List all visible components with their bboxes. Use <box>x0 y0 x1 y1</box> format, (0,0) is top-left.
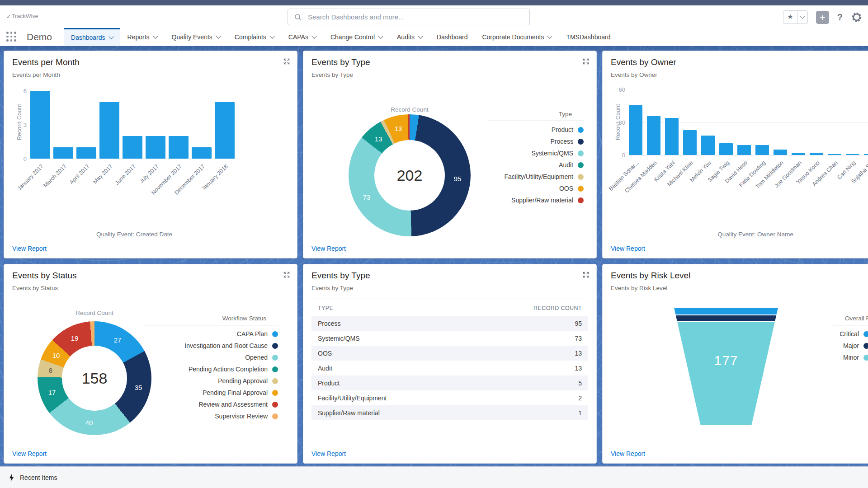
app-launcher-waffle-icon[interactable] <box>6 32 17 42</box>
bar-Chelsea Madden[interactable] <box>647 116 660 155</box>
legend-item-Process[interactable]: Process <box>488 138 584 145</box>
tab-label: CAPAs <box>288 33 308 41</box>
legend-item-Pending Approval[interactable]: Pending Approval <box>142 377 278 385</box>
bar-May 2017[interactable] <box>99 102 119 159</box>
slice-label: 19 <box>71 334 79 342</box>
tab-capas[interactable]: CAPAs <box>281 28 323 46</box>
recent-items-label: Recent Items <box>20 474 57 481</box>
bar-Katie Dowling[interactable] <box>755 145 769 155</box>
bar-Melvin You[interactable] <box>701 136 715 155</box>
column-header-record-count[interactable]: RECORD COUNT <box>533 305 582 311</box>
setup-gear-icon[interactable] <box>851 11 863 23</box>
bar-December 2017[interactable] <box>192 147 212 159</box>
table-body: Process95Systemic/QMS73OOS13Audit13Produ… <box>311 316 588 420</box>
favorites-button[interactable]: ★ <box>783 10 807 24</box>
card-title: Events by Owner <box>611 57 676 67</box>
bar-November 2017[interactable] <box>169 136 189 159</box>
cell-type: Supplier/Raw material <box>318 409 380 417</box>
tab-dashboards[interactable]: Dashboards <box>64 28 120 46</box>
bar-Sujatha S...[interactable] <box>864 154 868 155</box>
help-icon[interactable]: ? <box>837 12 843 23</box>
legend-item-Pending Final Approval[interactable]: Pending Final Approval <box>142 389 278 396</box>
table-row-Audit[interactable]: Audit13 <box>311 361 588 375</box>
legend-item-Systemic/QMS[interactable]: Systemic/QMS <box>488 150 584 157</box>
search-input[interactable] <box>307 13 508 21</box>
bar-Joe Goodman[interactable] <box>792 153 805 155</box>
table-row-Process[interactable]: Process95 <box>311 316 588 331</box>
table-row-Product[interactable]: Product5 <box>311 375 588 390</box>
expand-icon[interactable] <box>283 58 290 65</box>
bar-Michael Kline[interactable] <box>683 130 697 155</box>
tab-tmsdashboard[interactable]: TMSDashboard <box>559 28 618 46</box>
tab-dashboard[interactable]: Dashboard <box>429 28 475 46</box>
view-report-link[interactable]: View Report <box>311 450 346 457</box>
view-report-link[interactable]: View Report <box>611 450 645 457</box>
cell-record-count: 13 <box>575 350 582 357</box>
slice-label: 27 <box>114 336 122 344</box>
view-report-link[interactable]: View Report <box>12 450 47 457</box>
bar-Tom Middleton[interactable] <box>774 150 787 155</box>
expand-icon[interactable] <box>583 58 589 65</box>
legend-item-Review and Assessment[interactable]: Review and Assessment <box>142 401 278 408</box>
global-search[interactable] <box>288 9 530 25</box>
legend-item-Minor[interactable]: Minor <box>752 354 868 361</box>
tab-quality-events[interactable]: Quality Events <box>165 28 227 46</box>
legend-item-Audit[interactable]: Audit <box>488 161 584 169</box>
bar-Sagie Twig[interactable] <box>719 143 733 155</box>
bar-Yasuo Kono[interactable] <box>810 153 823 155</box>
legend-label: OOS <box>559 185 573 192</box>
bar-April 2017[interactable] <box>76 147 96 159</box>
donut-chart[interactable]: 202 95731313 <box>349 114 471 236</box>
legend-items: CriticalMajorMinor <box>752 330 868 361</box>
legend-item-Pending Actions Completion[interactable]: Pending Actions Completion <box>142 366 278 373</box>
legend-label: Systemic/QMS <box>531 150 573 157</box>
bar-Carl Ning[interactable] <box>846 154 859 155</box>
legend-item-OOS[interactable]: OOS <box>488 185 584 192</box>
legend-item-Supplier/Raw material[interactable]: Supplier/Raw material <box>488 197 584 204</box>
tab-label: Change Control <box>330 33 375 41</box>
legend-item-Opened[interactable]: Opened <box>142 354 278 361</box>
legend-dot <box>272 366 278 372</box>
view-report-link[interactable]: View Report <box>12 245 47 252</box>
bar-March 2017[interactable] <box>53 147 73 159</box>
tab-complaints[interactable]: Complaints <box>227 28 281 46</box>
bar-Bastian Schar...[interactable] <box>629 105 642 155</box>
bar-June 2017[interactable] <box>123 136 142 159</box>
legend-item-Product[interactable]: Product <box>488 126 584 133</box>
legend-item-CAPA Plan[interactable]: CAPA Plan <box>142 330 278 338</box>
table-row-Systemic/QMS[interactable]: Systemic/QMS73 <box>311 331 588 346</box>
legend-item-Supervisor Review[interactable]: Supervisor Review <box>142 413 278 420</box>
slice-label: 35 <box>135 384 142 391</box>
bar-Andrea Chan[interactable] <box>828 154 841 155</box>
donut-chart[interactable]: 158 2735401781019 <box>38 321 151 435</box>
legend-item-Facility/Utility/Equipment[interactable]: Facility/Utility/Equipment <box>488 173 584 180</box>
column-header-type[interactable]: TYPE <box>318 305 333 311</box>
legend-dot <box>578 127 584 133</box>
expand-icon[interactable] <box>583 272 589 278</box>
view-report-link[interactable]: View Report <box>311 245 346 252</box>
tab-corporate-documents[interactable]: Corporate Documents <box>475 28 559 46</box>
add-button[interactable]: + <box>816 11 829 24</box>
recent-items-bar[interactable]: Recent Items <box>0 466 868 488</box>
card-events-by-risk-level: Events by Risk Level Events by Risk Leve… <box>602 264 868 464</box>
legend-dot <box>578 174 584 180</box>
dashboard-canvas: Events per Month Events per Month Record… <box>0 46 868 466</box>
bar-January 2017[interactable] <box>30 91 50 159</box>
expand-icon[interactable] <box>283 272 290 278</box>
card-title: Events per Month <box>12 57 80 67</box>
tab-change-control[interactable]: Change Control <box>323 28 390 46</box>
view-report-link[interactable]: View Report <box>611 245 645 252</box>
legend-item-Critical[interactable]: Critical <box>752 330 868 338</box>
bar-July 2017[interactable] <box>146 136 165 159</box>
bar-January 2018[interactable] <box>215 102 235 159</box>
table-row-Facility/Utility/Equipment[interactable]: Facility/Utility/Equipment2 <box>311 390 588 405</box>
legend-item-Investigation and Root Cause[interactable]: Investigation and Root Cause <box>142 342 278 349</box>
legend-item-Major[interactable]: Major <box>752 342 868 349</box>
cell-type: OOS <box>318 350 332 357</box>
tab-reports[interactable]: Reports <box>120 28 165 46</box>
bar-David Hess[interactable] <box>737 145 751 155</box>
tab-audits[interactable]: Audits <box>390 28 429 46</box>
table-row-Supplier/Raw material[interactable]: Supplier/Raw material1 <box>311 405 588 420</box>
table-row-OOS[interactable]: OOS13 <box>311 346 588 361</box>
bar-Krista Yahl[interactable] <box>665 118 679 155</box>
